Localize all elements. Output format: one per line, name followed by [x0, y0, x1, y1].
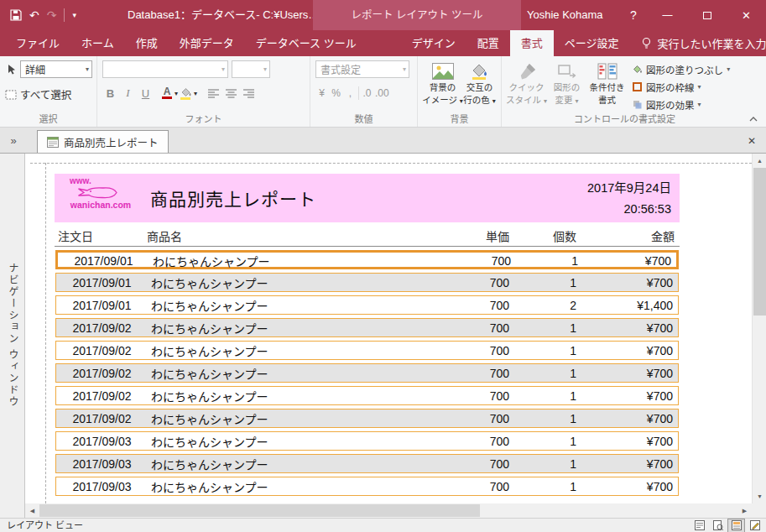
horizontal-scrollbar-thumb[interactable] [39, 504, 480, 517]
table-cell[interactable]: 2017/09/03 [56, 457, 148, 471]
table-cell[interactable]: 2017/09/01 [58, 254, 149, 268]
account-name[interactable]: Yoshie Kohama [527, 0, 603, 30]
table-row[interactable]: 2017/09/01わにちゃんシャンプー7002¥1,400 [55, 295, 679, 315]
tab-design[interactable]: デザイン [401, 30, 466, 56]
table-row[interactable]: 2017/09/01わにちゃんシャンプー7001¥700 [55, 250, 679, 269]
table-cell[interactable]: 700 [444, 254, 511, 268]
tab-external-data[interactable]: 外部データ [169, 30, 245, 56]
table-cell[interactable]: わにちゃんシャンプー [148, 410, 442, 427]
tab-home[interactable]: ホーム [70, 30, 125, 56]
conditional-formatting-button[interactable]: 条件付き 書式 [587, 60, 627, 119]
table-row[interactable]: 2017/09/02わにちゃんシャンプー7001¥700 [55, 363, 679, 383]
underline-button[interactable]: U [138, 85, 154, 102]
table-cell[interactable]: 1 [509, 480, 576, 493]
column-header-product-name[interactable]: 商品名 [147, 227, 442, 244]
tab-arrange[interactable]: 配置 [466, 30, 510, 56]
table-cell[interactable]: 700 [442, 389, 509, 403]
tab-file[interactable]: ファイル [5, 30, 70, 56]
table-cell[interactable]: ¥700 [576, 321, 678, 335]
table-row[interactable]: 2017/09/02わにちゃんシャンプー7001¥700 [55, 318, 679, 337]
table-cell[interactable]: 2017/09/02 [56, 321, 148, 335]
table-cell[interactable]: 1 [509, 389, 576, 403]
table-cell[interactable]: 700 [442, 299, 509, 312]
report-time[interactable]: 20:56:53 [587, 199, 671, 220]
table-cell[interactable]: 2017/09/02 [56, 367, 148, 380]
maximize-button[interactable] [688, 0, 726, 30]
table-cell[interactable]: 1 [509, 457, 576, 471]
table-cell[interactable]: 2017/09/01 [56, 276, 148, 289]
table-cell[interactable]: わにちゃんシャンプー [148, 388, 442, 404]
vertical-scrollbar-thumb[interactable] [753, 168, 766, 316]
table-cell[interactable]: ¥700 [576, 344, 678, 357]
undo-button[interactable] [29, 8, 39, 22]
tell-me-box[interactable]: 実行したい作業を入力してください [641, 30, 766, 56]
table-cell[interactable]: ¥700 [576, 435, 678, 448]
help-button[interactable] [619, 0, 648, 30]
select-all-button[interactable]: すべて選択 [20, 86, 71, 102]
print-preview-button[interactable] [710, 519, 726, 532]
navigation-pane-collapsed[interactable]: ナビゲーション ウィンドウ [0, 154, 25, 518]
align-left-button[interactable] [206, 85, 221, 102]
column-header-unit-price[interactable]: 単価 [442, 227, 509, 244]
table-cell[interactable]: わにちゃんシャンプー [148, 274, 442, 291]
table-cell[interactable]: ¥700 [576, 276, 678, 289]
table-cell[interactable]: わにちゃんシャンプー [148, 478, 442, 495]
table-cell[interactable]: 1 [509, 321, 576, 335]
table-cell[interactable]: ¥1,400 [576, 299, 678, 312]
scroll-up-button[interactable] [753, 154, 766, 168]
table-cell[interactable]: 2017/09/01 [56, 299, 148, 312]
table-cell[interactable]: ¥700 [576, 480, 678, 493]
report-title[interactable]: 商品別売上レポート [150, 185, 316, 211]
table-cell[interactable]: 700 [442, 480, 509, 493]
tab-page-setup[interactable]: ページ設定 [554, 30, 630, 56]
table-cell[interactable]: わにちゃんシャンプー [148, 365, 442, 382]
shape-fill-button[interactable]: 図形の塗りつぶし [632, 60, 730, 78]
table-cell[interactable]: わにちゃんシャンプー [148, 456, 442, 472]
table-cell[interactable]: ¥700 [576, 457, 678, 471]
table-cell[interactable]: 2017/09/02 [56, 389, 148, 403]
table-row[interactable]: 2017/09/03わにちゃんシャンプー7001¥700 [55, 431, 679, 451]
horizontal-scrollbar[interactable] [25, 503, 752, 518]
table-cell[interactable]: 700 [442, 276, 509, 289]
scroll-right-button[interactable] [737, 503, 752, 518]
tab-format[interactable]: 書式 [510, 30, 554, 56]
scroll-down-button[interactable] [753, 489, 766, 503]
table-cell[interactable]: 700 [442, 367, 509, 380]
table-cell[interactable]: 1 [509, 412, 576, 425]
table-cell[interactable]: 1 [509, 276, 576, 289]
table-cell[interactable]: 2017/09/02 [56, 344, 148, 357]
document-tab-report[interactable]: 商品別売上レポート [37, 130, 169, 153]
customize-qat-dropdown[interactable] [72, 11, 76, 19]
report-header-band[interactable]: www. wanichan.com 商品別売上レポート 2017年9月24日 2… [55, 174, 680, 222]
table-row[interactable]: 2017/09/02わにちゃんシャンプー7001¥700 [55, 386, 679, 405]
table-cell[interactable]: 2 [509, 299, 576, 312]
column-header-amount[interactable]: 金額 [576, 227, 680, 244]
table-row[interactable]: 2017/09/02わにちゃんシャンプー7001¥700 [55, 341, 679, 360]
table-row[interactable]: 2017/09/03わにちゃんシャンプー7001¥700 [55, 477, 679, 496]
table-cell[interactable]: ¥700 [576, 389, 678, 403]
table-cell[interactable]: 700 [442, 457, 509, 471]
background-image-button[interactable]: 背景の イメージ [423, 60, 462, 119]
tab-create[interactable]: 作成 [125, 30, 169, 56]
table-cell[interactable]: ¥700 [576, 412, 678, 425]
table-row[interactable]: 2017/09/01わにちゃんシャンプー7001¥700 [55, 273, 679, 292]
table-cell[interactable]: 2017/09/03 [56, 435, 148, 448]
object-selector-combo[interactable]: 詳細 [20, 60, 92, 78]
table-cell[interactable]: 1 [509, 367, 576, 380]
table-cell[interactable]: ¥700 [578, 254, 676, 268]
table-cell[interactable]: わにちゃんシャンプー [148, 342, 442, 359]
close-document-button[interactable] [745, 134, 758, 148]
close-button[interactable] [727, 0, 766, 30]
table-cell[interactable]: 1 [509, 344, 576, 357]
font-color-button[interactable]: A [162, 87, 178, 99]
table-row[interactable]: 2017/09/03わにちゃんシャンプー7001¥700 [55, 454, 679, 473]
table-cell[interactable]: わにちゃんシャンプー [148, 297, 442, 314]
tab-database-tools[interactable]: データベース ツール [245, 30, 367, 56]
table-cell[interactable]: わにちゃんシャンプー [148, 433, 442, 450]
table-cell[interactable]: 700 [442, 412, 509, 425]
expand-navigation-pane-button[interactable] [5, 133, 22, 149]
bold-button[interactable]: B [102, 85, 118, 102]
table-cell[interactable]: 1 [511, 254, 578, 268]
table-cell[interactable]: 700 [442, 321, 509, 335]
report-view-button[interactable] [691, 519, 707, 532]
